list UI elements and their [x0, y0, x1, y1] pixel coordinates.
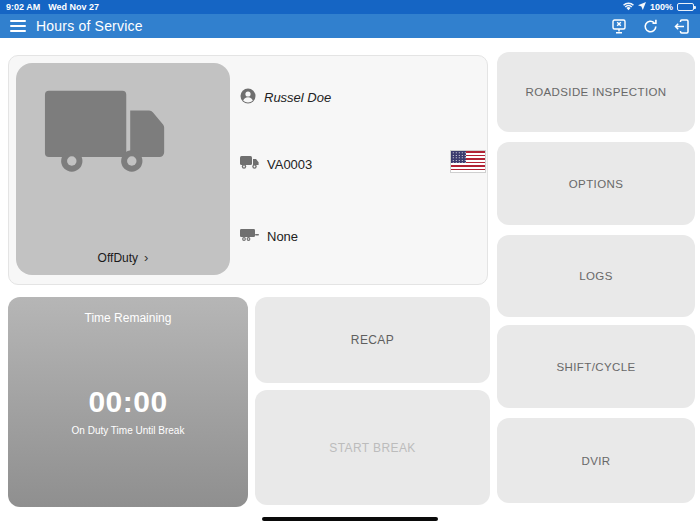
time-remaining-value: 00:00: [8, 385, 248, 419]
battery-icon: [677, 3, 694, 11]
time-remaining-subtitle: On Duty Time Until Break: [8, 425, 248, 436]
time-remaining-panel: Time Remaining 00:00 On Duty Time Until …: [8, 297, 248, 507]
truck-small-icon: [240, 155, 259, 173]
truck-large-icon: [16, 199, 186, 216]
dvir-button[interactable]: DVIR: [497, 418, 695, 503]
status-date: Wed Nov 27: [48, 2, 99, 12]
vehicle-status-tile[interactable]: OffDuty›: [16, 63, 230, 275]
home-indicator[interactable]: [262, 517, 438, 521]
status-bar: 9:02 AM Wed Nov 27 100%: [0, 0, 700, 14]
recap-button[interactable]: RECAP: [255, 297, 490, 383]
start-break-button[interactable]: START BREAK: [255, 390, 490, 505]
vehicle-id-row: VA0003: [240, 155, 312, 173]
chevron-right-icon: ›: [144, 250, 148, 265]
us-flag-icon: [450, 150, 486, 173]
nav-bar: Hours of Service: [0, 14, 700, 38]
logout-icon[interactable]: [674, 19, 690, 34]
status-time: 9:02 AM: [6, 2, 40, 12]
time-remaining-title: Time Remaining: [8, 311, 248, 325]
duty-status-label: OffDuty: [98, 251, 138, 265]
shift-cycle-button[interactable]: SHIFT/CYCLE: [497, 325, 695, 408]
trailer-row: None: [240, 228, 298, 245]
page-title: Hours of Service: [36, 18, 143, 34]
roadside-inspection-button[interactable]: ROADSIDE INSPECTION: [497, 52, 695, 132]
battery-percent: 100%: [650, 2, 673, 12]
location-arrow-icon: [638, 2, 646, 12]
person-icon: [240, 88, 256, 107]
driver-name-row: Russel Doe: [240, 88, 331, 107]
menu-hamburger-icon[interactable]: [10, 20, 26, 32]
device-disconnect-icon[interactable]: [611, 19, 627, 34]
trailer-icon: [240, 228, 259, 245]
duty-status-button[interactable]: OffDuty›: [16, 250, 230, 265]
wifi-icon: [623, 2, 634, 13]
vehicle-id: VA0003: [267, 157, 312, 172]
trailer-value: None: [267, 229, 298, 244]
refresh-icon[interactable]: [643, 19, 658, 34]
options-button[interactable]: OPTIONS: [497, 142, 695, 225]
logs-button[interactable]: LOGS: [497, 235, 695, 317]
driver-name: Russel Doe: [264, 90, 331, 105]
